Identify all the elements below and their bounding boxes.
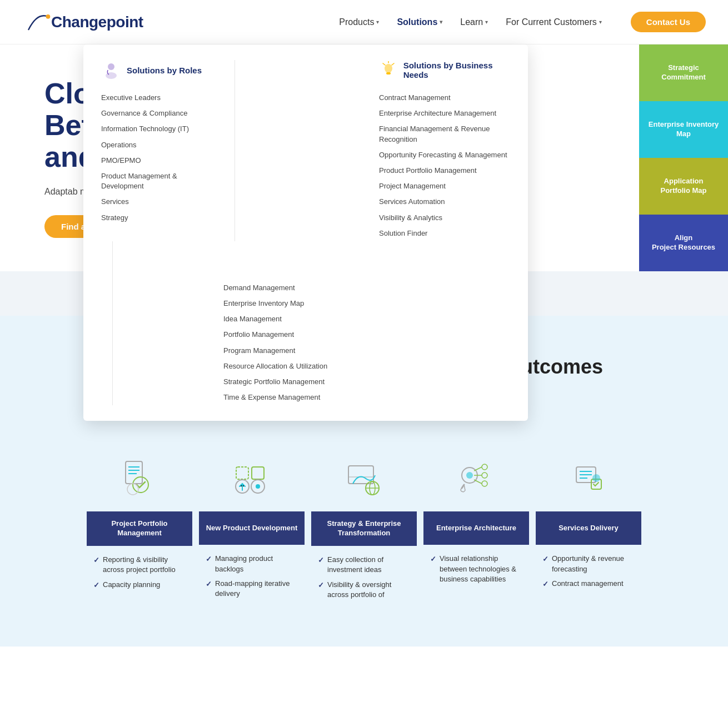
- new-product-icon: [230, 456, 274, 500]
- col-needs-header: Solutions by Business Needs: [379, 60, 512, 80]
- dropdown-link-opportunity[interactable]: Opportunity Forecasting & Management: [379, 147, 512, 163]
- svg-point-26: [482, 464, 487, 470]
- card-bullets-project-portfolio: ✓ Reporting & visibility across project …: [87, 546, 192, 613]
- svg-line-23: [474, 467, 482, 471]
- dropdown-link-strategy[interactable]: Strategy: [101, 210, 212, 226]
- nav-products[interactable]: Products ▾: [339, 17, 379, 27]
- svg-line-25: [474, 480, 482, 484]
- card-project-portfolio: Project Portfolio Management ✓ Reporting…: [87, 445, 192, 613]
- card-enterprise-arch: Enterprise Architecture ✓ Visual relatio…: [423, 445, 529, 613]
- dropdown-link-executive[interactable]: Executive Leaders: [101, 90, 212, 106]
- col-needs-title: Solutions by Business Needs: [403, 61, 512, 79]
- svg-point-27: [482, 473, 487, 478]
- bullet-0-0: ✓ Reporting & visibility across project …: [93, 555, 186, 575]
- svg-point-1: [108, 63, 114, 70]
- contact-button[interactable]: Contact Us: [631, 12, 706, 32]
- dropdown-link-project-mgmt[interactable]: Project Management: [379, 178, 512, 194]
- card-bullets-new-product: ✓ Managing product backlogs ✓ Road-mappi…: [199, 545, 305, 613]
- svg-point-15: [256, 484, 260, 489]
- dropdown-link-portfolio[interactable]: Portfolio Management: [223, 327, 368, 342]
- card-strategy: Strategy & Enterprise Transformation ✓ E…: [311, 445, 417, 613]
- dropdown-link-program[interactable]: Program Management: [223, 343, 368, 359]
- dropdown-link-governance[interactable]: Governance & Compliance: [101, 106, 212, 121]
- card-label-project-portfolio[interactable]: Project Portfolio Management: [87, 511, 192, 546]
- svg-rect-16: [348, 466, 373, 484]
- dropdown-link-pmo[interactable]: PMO/EPMO: [101, 153, 212, 168]
- card-label-new-product[interactable]: New Product Development: [199, 511, 305, 545]
- card-icon-enterprise-arch: [423, 445, 529, 511]
- bullet-1-0: ✓ Managing product backlogs: [206, 554, 298, 574]
- svg-point-3: [385, 64, 392, 73]
- dropdown-link-financial[interactable]: Financial Management & Revenue Recogniti…: [379, 121, 512, 147]
- card-bullets-strategy: ✓ Easy collection of investment ideas ✓ …: [311, 546, 417, 613]
- dropdown-divider-2: [112, 241, 212, 406]
- dropdown-link-it[interactable]: Information Technology (IT): [101, 121, 212, 137]
- dropdown-link-services-auto[interactable]: Services Automation: [379, 194, 512, 210]
- card-icon-services: [536, 445, 641, 511]
- dropdown-link-inventory[interactable]: Enterprise Inventory Map: [223, 296, 368, 311]
- bullet-0-1: ✓ Capacity planning: [93, 580, 186, 590]
- nav-learn[interactable]: Learn ▾: [460, 17, 488, 27]
- card-label-services[interactable]: Services Delivery: [536, 511, 641, 545]
- chevron-down-icon: ▾: [440, 19, 442, 25]
- nav-solutions[interactable]: Solutions ▾: [397, 17, 442, 27]
- project-portfolio-icon: [117, 456, 162, 500]
- needs-icon: [379, 60, 398, 80]
- card-bullets-enterprise-arch: ✓ Visual relationship between technologi…: [423, 545, 529, 613]
- bullet-3-0: ✓ Visual relationship between technologi…: [430, 554, 522, 584]
- dropdown-link-solution-finder[interactable]: Solution Finder: [379, 226, 512, 241]
- col-roles-title: Solutions by Roles: [127, 66, 202, 75]
- services-icon: [566, 456, 611, 500]
- dropdown-link-product-mgmt[interactable]: Product Management & Development: [101, 168, 212, 194]
- outcomes-cards-row: Project Portfolio Management ✓ Reporting…: [33, 445, 695, 613]
- dropdown-col-roles: Solutions by Roles Executive Leaders Gov…: [101, 60, 223, 241]
- dropdown-link-resource[interactable]: Resource Allocation & Utilization: [223, 359, 368, 374]
- card-icon-project-portfolio: [87, 445, 192, 511]
- bullet-2-1: ✓ Visibility & oversight across portfoli…: [318, 580, 410, 600]
- chevron-down-icon: ▾: [376, 19, 379, 25]
- bullet-2-0: ✓ Easy collection of investment ideas: [318, 555, 410, 575]
- dropdown-col-needs: Solutions by Business Needs Contract Man…: [379, 60, 523, 241]
- roles-icon: [101, 60, 121, 80]
- logo[interactable]: Changepoint: [22, 12, 143, 32]
- dropdown-link-operations[interactable]: Operations: [101, 137, 212, 153]
- dropdown-divider-1: [235, 60, 368, 241]
- logo-text: Changepoint: [51, 13, 143, 31]
- solutions-dropdown: Solutions by Roles Executive Leaders Gov…: [83, 44, 728, 421]
- logo-icon: [23, 12, 51, 32]
- svg-point-34: [592, 474, 600, 482]
- bullet-1-1: ✓ Road-mapping iterative delivery: [206, 579, 298, 599]
- chevron-down-icon: ▾: [599, 19, 602, 25]
- dropdown-link-services[interactable]: Services: [101, 194, 212, 210]
- card-icon-strategy: [311, 445, 417, 511]
- strategy-icon: [342, 456, 386, 500]
- dropdown-link-demand[interactable]: Demand Management: [223, 280, 368, 296]
- card-label-strategy[interactable]: Strategy & Enterprise Transformation: [311, 511, 417, 546]
- svg-rect-12: [252, 467, 264, 479]
- dropdown-link-enterprise-arch[interactable]: Enterprise Architecture Management: [379, 106, 512, 121]
- card-icon-new-product: [199, 445, 305, 511]
- card-bullets-services: ✓ Opportunity & revenue forecasting ✓ Co…: [536, 545, 641, 613]
- dropdown-link-product-portfolio[interactable]: Product Portfolio Management: [379, 163, 512, 178]
- svg-point-28: [482, 481, 487, 486]
- dropdown-link-visibility[interactable]: Visibility & Analytics: [379, 210, 512, 226]
- card-label-enterprise-arch[interactable]: Enterprise Architecture: [423, 511, 529, 545]
- svg-rect-4: [386, 72, 391, 74]
- card-services: Services Delivery ✓ Opportunity & revenu…: [536, 445, 641, 613]
- dropdown-link-contract[interactable]: Contract Management: [379, 90, 512, 106]
- nav-customers[interactable]: For Current Customers ▾: [506, 17, 602, 27]
- enterprise-arch-icon: [454, 456, 498, 500]
- col-extra-spacer: [223, 241, 368, 270]
- dropdown-link-time-expense[interactable]: Time & Expense Management: [223, 390, 368, 405]
- chevron-down-icon: ▾: [485, 19, 488, 25]
- nav-items: Products ▾ Solutions ▾ Learn ▾ For Curre…: [339, 12, 706, 32]
- dropdown-link-idea[interactable]: Idea Management: [223, 311, 368, 327]
- svg-point-0: [46, 14, 51, 19]
- svg-rect-11: [236, 467, 248, 479]
- dropdown-menu: Solutions by Roles Executive Leaders Gov…: [83, 44, 528, 421]
- card-new-product: New Product Development ✓ Managing produ…: [199, 445, 305, 613]
- svg-point-22: [466, 472, 473, 479]
- navbar: Changepoint Products ▾ Solutions ▾ Learn…: [0, 0, 728, 44]
- bullet-4-1: ✓ Contract management: [542, 579, 635, 589]
- dropdown-link-strategic-portfolio[interactable]: Strategic Portfolio Management: [223, 374, 368, 390]
